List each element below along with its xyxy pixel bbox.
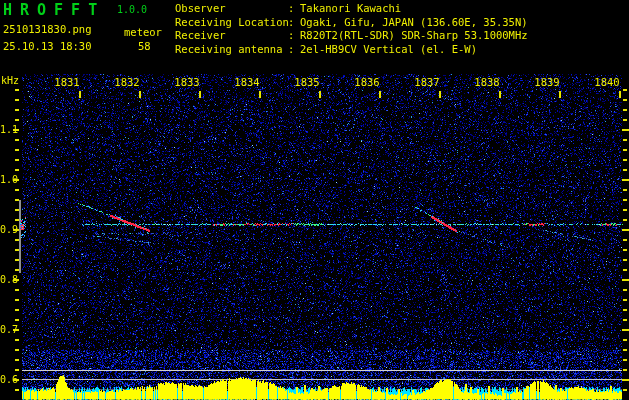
time-tick-label: 1836 [352, 76, 382, 88]
info-value: Ogaki, Gifu, JAPAN (136.60E, 35.35N) [300, 16, 528, 28]
time-tick-label: 1833 [172, 76, 202, 88]
time-tick-label: 1839 [532, 76, 562, 88]
freq-tick-label: 0.6 [0, 374, 17, 386]
freq-tick-label: 1.1 [0, 124, 17, 136]
freq-tick-label: 1.0 [0, 174, 17, 186]
spectrogram-canvas [0, 0, 629, 400]
info-row: Receiver:R820T2(RTL-SDR) SDR-Sharp 53.10… [175, 29, 528, 43]
time-tick-label: 1835 [292, 76, 322, 88]
station-info: Observer:Takanori KawachiReceiving Locat… [175, 2, 528, 56]
info-separator: : [288, 43, 300, 57]
info-label: Receiving Location [175, 16, 288, 30]
mode-label: meteor [124, 26, 162, 38]
app-version: 1.0.0 [117, 4, 147, 15]
hrofft-window: HROFFT 1.0.0 2510131830.png meteor 25.10… [0, 0, 629, 400]
info-label: Receiver [175, 29, 288, 43]
info-separator: : [288, 16, 300, 30]
output-filename: 2510131830.png [3, 23, 92, 35]
info-row: Receiving Location:Ogaki, Gifu, JAPAN (1… [175, 16, 528, 30]
time-tick-label: 1831 [52, 76, 82, 88]
freq-tick-label: 0.7 [0, 324, 17, 336]
info-value: R820T2(RTL-SDR) SDR-Sharp 53.1000MHz [300, 29, 528, 41]
app-title: HROFFT [3, 1, 105, 19]
info-separator: : [288, 2, 300, 16]
freq-axis-unit: kHz [1, 75, 19, 86]
info-label: Receiving antenna [175, 43, 288, 57]
time-tick-label: 1834 [232, 76, 262, 88]
observation-datetime: 25.10.13 18:30 [3, 40, 92, 52]
time-tick-label: 1840 [592, 76, 622, 88]
info-label: Observer [175, 2, 288, 16]
info-row: Observer:Takanori Kawachi [175, 2, 528, 16]
freq-tick-label: 0.9 [0, 224, 17, 236]
info-row: Receiving antenna:2el-HB9CV Vertical (el… [175, 43, 528, 57]
info-value: Takanori Kawachi [300, 2, 401, 14]
time-tick-label: 1838 [472, 76, 502, 88]
info-value: 2el-HB9CV Vertical (el. E-W) [300, 43, 477, 55]
time-tick-label: 1837 [412, 76, 442, 88]
echo-count: 58 [138, 40, 151, 52]
info-separator: : [288, 29, 300, 43]
freq-tick-label: 0.8 [0, 274, 17, 286]
time-tick-label: 1832 [112, 76, 142, 88]
